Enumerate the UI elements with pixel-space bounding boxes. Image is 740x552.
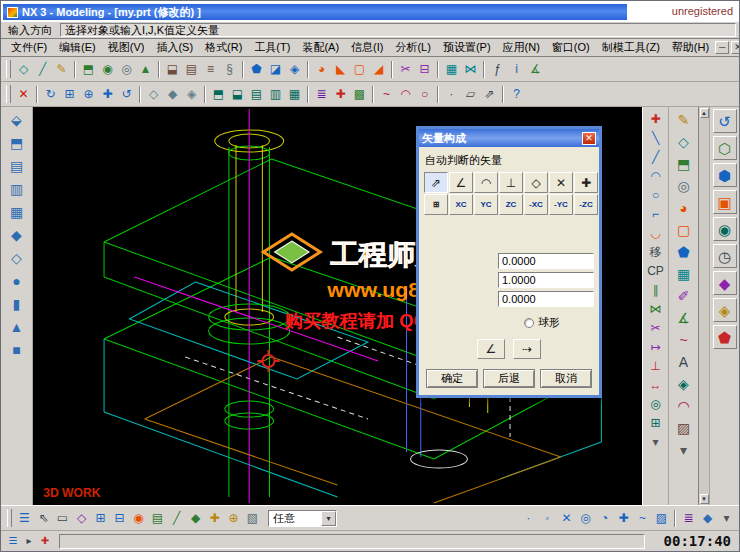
mirror-icon[interactable]: ⋈ <box>646 299 665 318</box>
grid-icon[interactable]: ⊞ <box>646 413 665 432</box>
select-edge-icon[interactable]: ╱ <box>167 509 186 528</box>
menu-preferences[interactable]: 预设置(P) <box>437 39 497 56</box>
menu-assemblies[interactable]: 装配(A) <box>296 39 345 56</box>
inferred-vector-button[interactable]: ⇗ <box>424 172 448 193</box>
trim-icon[interactable]: ✂ <box>646 318 665 337</box>
more-tools-icon[interactable]: ▾ <box>646 432 665 451</box>
right-scrollbar[interactable]: ▲ ▼ <box>698 107 709 505</box>
system-scene-icon[interactable]: ⬟ <box>713 325 737 349</box>
layer-settings-icon[interactable]: ≣ <box>312 85 331 104</box>
select-body-icon[interactable]: ◆ <box>186 509 205 528</box>
pan-icon[interactable]: ✚ <box>98 85 117 104</box>
hand-pan-icon[interactable]: ✚ <box>205 509 224 528</box>
boss-icon[interactable]: ▲ <box>136 60 155 79</box>
face-normal-vector-button[interactable]: ⊥ <box>499 172 523 193</box>
hole-icon[interactable]: ◎ <box>673 175 695 197</box>
materials-icon[interactable]: ◆ <box>713 271 737 295</box>
menu-application[interactable]: 应用(N) <box>497 39 546 56</box>
snap-point-icon[interactable]: ◎ <box>646 394 665 413</box>
select-all-icon[interactable]: ⊞ <box>91 509 110 528</box>
extrude-icon[interactable]: ⬒ <box>79 60 98 79</box>
point-icon[interactable]: ∙ <box>442 85 461 104</box>
swept-icon[interactable]: ◠ <box>673 395 695 417</box>
more-icon[interactable]: ▾ <box>673 439 695 461</box>
task-list-icon[interactable]: ☰ <box>5 533 21 549</box>
neg-zc-axis-button[interactable]: -ZC <box>574 194 598 215</box>
gnomon-button[interactable]: ⊞ <box>424 194 448 215</box>
snap-quadrant-icon[interactable]: ◔ <box>595 509 614 528</box>
pocket-icon[interactable]: ⬓ <box>163 60 182 79</box>
menu-insert[interactable]: 插入(S) <box>150 39 199 56</box>
extend-icon[interactable]: ↦ <box>646 337 665 356</box>
front-view-icon[interactable]: ▥ <box>266 85 285 104</box>
sphere-display-icon[interactable]: ● <box>6 270 28 292</box>
pin-icon[interactable]: ✚ <box>37 533 53 549</box>
face-filter-icon[interactable]: ▧ <box>243 509 262 528</box>
k-component-field[interactable] <box>498 291 594 307</box>
fillet-icon[interactable]: ◡ <box>646 223 665 242</box>
cylinder-tool-icon[interactable]: ▮ <box>6 293 28 315</box>
intersect-icon[interactable]: ◈ <box>285 60 304 79</box>
edit-feature-icon[interactable]: ✐ <box>673 285 695 307</box>
i-component-field[interactable] <box>498 253 594 269</box>
draft-icon[interactable]: ◢ <box>369 60 388 79</box>
sketch-icon[interactable]: ✎ <box>52 60 71 79</box>
datum-plane-icon[interactable]: ◇ <box>673 131 695 153</box>
refresh-icon[interactable]: ↻ <box>41 85 60 104</box>
sketch-icon[interactable]: ✎ <box>673 109 695 131</box>
datum-plane-icon[interactable]: ◇ <box>14 60 33 79</box>
minimize-window-button[interactable]: ─ <box>715 41 729 54</box>
toolbar-grip[interactable] <box>6 60 11 78</box>
datum-axis-icon[interactable]: ╱ <box>33 60 52 79</box>
spherical-radio[interactable] <box>524 318 534 328</box>
point-vector-button[interactable]: ✚ <box>574 172 598 193</box>
cone-tool-icon[interactable]: ▲ <box>6 316 28 338</box>
tfr-iso-view-icon[interactable]: ⬒ <box>6 132 28 154</box>
j-component-field[interactable] <box>498 272 594 288</box>
isometric-view-icon[interactable]: ⬒ <box>209 85 228 104</box>
top-view-icon[interactable]: ▤ <box>6 155 28 177</box>
dimension-icon[interactable]: ↔ <box>646 375 665 394</box>
line-icon[interactable]: ╲ <box>646 128 665 147</box>
selection-filter-icon[interactable]: ☰ <box>15 509 34 528</box>
rectangle-select-icon[interactable]: ▭ <box>53 509 72 528</box>
shaded-cube-icon[interactable]: ◆ <box>6 224 28 246</box>
fit-view-icon[interactable]: ⊞ <box>60 85 79 104</box>
scroll-down-icon[interactable]: ▼ <box>700 494 709 504</box>
rotate-view-icon[interactable]: ↺ <box>117 85 136 104</box>
toolbar-grip[interactable] <box>7 509 12 527</box>
chevron-down-icon[interactable]: ▾ <box>321 511 336 526</box>
history-palette-icon[interactable]: ◷ <box>713 244 737 268</box>
front-view-icon[interactable]: ▥ <box>6 178 28 200</box>
roles-icon[interactable]: ◈ <box>713 298 737 322</box>
type-filter-combo[interactable]: 任意 ▾ <box>268 510 337 527</box>
right-view-icon[interactable]: ▦ <box>285 85 304 104</box>
shell-icon[interactable]: ▢ <box>350 60 369 79</box>
ok-button[interactable]: 确定 <box>426 369 478 388</box>
delete-icon[interactable]: ✕ <box>14 85 33 104</box>
deselect-all-icon[interactable]: ⊟ <box>110 509 129 528</box>
reuse-library-icon[interactable]: ▣ <box>713 190 737 214</box>
studio-display-icon[interactable]: ◈ <box>182 85 201 104</box>
constraint-icon[interactable]: ⊥ <box>646 356 665 375</box>
wcs-dynamics-icon[interactable]: ✚ <box>331 85 350 104</box>
subtract-icon[interactable]: ◪ <box>266 60 285 79</box>
select-face-icon[interactable]: ▤ <box>148 509 167 528</box>
block-tool-icon[interactable]: ■ <box>6 339 28 361</box>
shell-icon[interactable]: ▢ <box>673 219 695 241</box>
arc-icon[interactable]: ◠ <box>646 166 665 185</box>
polygon-select-icon[interactable]: ◇ <box>72 509 91 528</box>
snap-endpoint-icon[interactable]: ∙ <box>519 509 538 528</box>
menu-edit[interactable]: 编辑(E) <box>53 39 102 56</box>
unite-icon[interactable]: ⬟ <box>673 241 695 263</box>
menu-format[interactable]: 格式(R) <box>199 39 248 56</box>
menu-information[interactable]: 信息(I) <box>345 39 389 56</box>
menu-window[interactable]: 窗口(O) <box>546 39 596 56</box>
orient-view-icon[interactable]: ⬙ <box>6 109 28 131</box>
web-browser-icon[interactable]: ◉ <box>713 217 737 241</box>
analysis-angle-icon[interactable]: ∡ <box>526 60 545 79</box>
snap-more-icon[interactable]: ▾ <box>717 509 736 528</box>
curve-icon[interactable]: ~ <box>377 85 396 104</box>
split-body-icon[interactable]: ⊟ <box>415 60 434 79</box>
revolve-icon[interactable]: ◉ <box>98 60 117 79</box>
